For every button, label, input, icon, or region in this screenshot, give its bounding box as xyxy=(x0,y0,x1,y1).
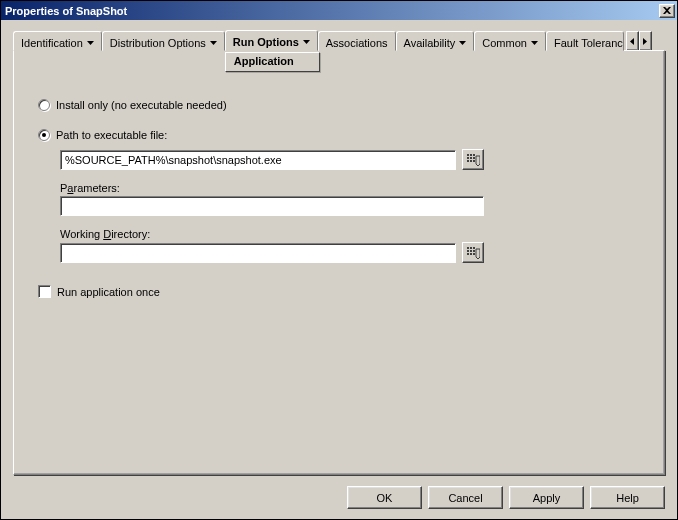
svg-rect-10 xyxy=(470,247,472,249)
svg-rect-11 xyxy=(473,247,475,249)
run-once-label: Run application once xyxy=(57,286,160,298)
tab-run-options[interactable]: Run Options Application xyxy=(225,30,318,51)
dialog-window: Properties of SnapShot Identification Di… xyxy=(0,0,678,520)
tab-associations[interactable]: Associations xyxy=(318,31,396,51)
executable-path-input[interactable] xyxy=(60,150,456,170)
browse-icon xyxy=(467,247,480,259)
svg-rect-2 xyxy=(473,154,475,156)
svg-rect-3 xyxy=(467,157,469,159)
chevron-down-icon xyxy=(303,40,310,44)
working-directory-input[interactable] xyxy=(60,243,456,263)
ok-button[interactable]: OK xyxy=(347,486,422,509)
chevron-left-icon xyxy=(630,38,634,45)
browse-directory-button[interactable] xyxy=(462,242,484,263)
parameters-label: Parameters: xyxy=(60,182,640,194)
tab-common[interactable]: Common xyxy=(474,31,546,51)
svg-rect-8 xyxy=(473,160,475,162)
menu-item-application[interactable]: Application xyxy=(226,53,319,71)
tab-label: Run Options xyxy=(233,36,299,48)
radio-icon xyxy=(38,99,50,111)
dialog-body: Identification Distribution Options Run … xyxy=(1,20,677,519)
svg-rect-6 xyxy=(467,160,469,162)
tab-label: Availability xyxy=(404,37,456,49)
chevron-down-icon xyxy=(531,41,538,45)
tab-identification[interactable]: Identification xyxy=(13,31,102,51)
tab-label: Associations xyxy=(326,37,388,49)
executable-path-field xyxy=(60,149,640,170)
tab-label: Fault Toleranc xyxy=(554,37,623,49)
tab-scroll xyxy=(626,31,652,51)
install-only-label: Install only (no executable needed) xyxy=(56,99,227,111)
svg-rect-16 xyxy=(470,253,472,255)
checkbox-icon xyxy=(38,285,51,298)
close-button[interactable] xyxy=(659,4,675,18)
window-title: Properties of SnapShot xyxy=(5,5,659,17)
install-only-radio[interactable]: Install only (no executable needed) xyxy=(38,99,640,111)
tab-distribution-options[interactable]: Distribution Options xyxy=(102,31,225,51)
tab-scroll-right-button[interactable] xyxy=(639,31,652,51)
svg-rect-4 xyxy=(470,157,472,159)
browse-icon xyxy=(467,154,480,166)
tab-label: Distribution Options xyxy=(110,37,206,49)
svg-rect-1 xyxy=(470,154,472,156)
radio-icon xyxy=(38,129,50,141)
svg-rect-15 xyxy=(467,253,469,255)
svg-rect-13 xyxy=(470,250,472,252)
parameters-field: Parameters: xyxy=(60,182,640,216)
tab-availability[interactable]: Availability xyxy=(396,31,475,51)
svg-rect-7 xyxy=(470,160,472,162)
tab-dropdown-menu: Application xyxy=(225,52,320,72)
tab-fault-tolerance[interactable]: Fault Toleranc xyxy=(546,31,624,51)
chevron-right-icon xyxy=(643,38,647,45)
button-bar: OK Cancel Apply Help xyxy=(347,486,665,509)
tab-panel-run-options: Install only (no executable needed) Path… xyxy=(13,50,665,475)
tab-scroll-left-button[interactable] xyxy=(626,31,639,51)
apply-button[interactable]: Apply xyxy=(509,486,584,509)
svg-rect-5 xyxy=(473,157,475,159)
svg-rect-9 xyxy=(467,247,469,249)
cancel-button[interactable]: Cancel xyxy=(428,486,503,509)
run-once-checkbox[interactable]: Run application once xyxy=(38,285,640,298)
svg-rect-0 xyxy=(467,154,469,156)
path-to-executable-radio[interactable]: Path to executable file: xyxy=(38,129,640,141)
chevron-down-icon xyxy=(210,41,217,45)
parameters-input[interactable] xyxy=(60,196,484,216)
working-directory-label: Working Directory: xyxy=(60,228,640,240)
tab-label: Identification xyxy=(21,37,83,49)
path-to-executable-label: Path to executable file: xyxy=(56,129,167,141)
help-button[interactable]: Help xyxy=(590,486,665,509)
close-icon xyxy=(663,7,671,14)
chevron-down-icon xyxy=(87,41,94,45)
svg-rect-14 xyxy=(473,250,475,252)
titlebar: Properties of SnapShot xyxy=(1,1,677,20)
chevron-down-icon xyxy=(459,41,466,45)
working-directory-field: Working Directory: xyxy=(60,228,640,263)
svg-rect-17 xyxy=(473,253,475,255)
browse-executable-button[interactable] xyxy=(462,149,484,170)
svg-rect-12 xyxy=(467,250,469,252)
tab-label: Common xyxy=(482,37,527,49)
